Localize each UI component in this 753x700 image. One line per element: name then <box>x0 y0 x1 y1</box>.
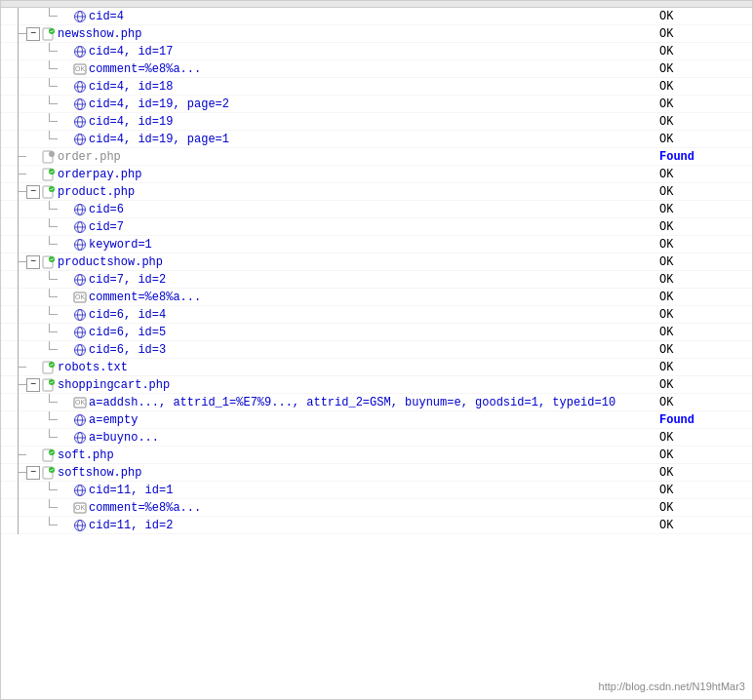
tree-row[interactable]: robots.txtOK <box>1 359 752 376</box>
globe-icon <box>73 343 87 357</box>
tree-row[interactable]: OK comment=%e8%a...OK <box>1 60 752 78</box>
tree-row[interactable]: keyword=1OK <box>1 236 752 253</box>
row-status: OK <box>654 255 752 269</box>
tree-row[interactable]: cid=4, id=19, page=2OK <box>1 96 752 113</box>
row-status: OK <box>654 308 752 322</box>
row-url[interactable]: cid=7, id=2 <box>89 273 654 287</box>
tree-row[interactable]: cid=7OK <box>1 218 752 236</box>
row-status: OK <box>654 273 752 287</box>
row-url[interactable]: order.php <box>58 150 654 164</box>
svg-text:OK: OK <box>75 504 85 511</box>
row-url[interactable]: cid=4, id=19, page=2 <box>89 97 654 111</box>
tree-row[interactable]: cid=6, id=3OK <box>1 341 752 359</box>
tree-row[interactable]: cid=4, id=18OK <box>1 78 752 96</box>
main-container: cid=4OK − newsshow.phpOK cid=4, id=17OK … <box>0 0 753 700</box>
tree-row[interactable]: order.phpFound <box>1 148 752 166</box>
row-url[interactable]: cid=4 <box>89 10 654 23</box>
row-url[interactable]: robots.txt <box>58 361 654 374</box>
row-url[interactable]: comment=%e8%a... <box>89 62 654 76</box>
row-url[interactable]: cid=6, id=5 <box>89 326 654 339</box>
page-icon <box>42 378 56 392</box>
row-status: OK <box>654 519 752 532</box>
tree-row[interactable]: a=emptyFound <box>1 411 752 429</box>
globe-icon <box>73 203 87 216</box>
tree-row[interactable]: soft.phpOK <box>1 447 752 464</box>
row-url[interactable]: productshow.php <box>58 255 654 269</box>
row-url[interactable]: softshow.php <box>58 466 654 480</box>
row-status: OK <box>654 396 752 409</box>
globe-icon <box>73 10 87 23</box>
row-url[interactable]: comment=%e8%a... <box>89 501 654 515</box>
row-status: OK <box>654 484 752 497</box>
tree-row[interactable]: OK comment=%e8%a...OK <box>1 499 752 517</box>
expand-btn[interactable]: − <box>26 378 40 392</box>
row-status: OK <box>654 220 752 234</box>
expand-btn[interactable]: − <box>26 466 40 480</box>
row-url[interactable]: newsshow.php <box>58 27 654 41</box>
tree-row[interactable]: cid=6, id=4OK <box>1 306 752 324</box>
row-status: Found <box>654 413 752 427</box>
globe-icon <box>73 431 87 445</box>
svg-text:OK: OK <box>75 399 85 406</box>
expand-btn[interactable]: − <box>26 255 40 269</box>
tree-container[interactable]: cid=4OK − newsshow.phpOK cid=4, id=17OK … <box>1 8 752 682</box>
row-url[interactable]: a=empty <box>89 413 654 427</box>
tree-row[interactable]: cid=4, id=19, page=1OK <box>1 131 752 148</box>
row-url[interactable]: product.php <box>58 185 654 199</box>
row-url[interactable]: shoppingcart.php <box>58 378 654 392</box>
row-url[interactable]: a=buyno... <box>89 431 654 445</box>
row-status: OK <box>654 97 752 111</box>
row-url[interactable]: cid=4, id=17 <box>89 45 654 58</box>
page-icon <box>42 255 56 269</box>
post-icon: OK <box>73 501 87 515</box>
tree-row[interactable]: OK a=addsh..., attrid_1=%E7%9..., attrid… <box>1 394 752 411</box>
globe-icon <box>73 80 87 94</box>
tree-row[interactable]: cid=11, id=2OK <box>1 517 752 534</box>
row-url[interactable]: soft.php <box>58 448 654 462</box>
svg-point-23 <box>49 151 55 157</box>
tree-row[interactable]: cid=6, id=5OK <box>1 324 752 341</box>
row-url[interactable]: cid=11, id=1 <box>89 484 654 497</box>
tree-row[interactable]: cid=4, id=17OK <box>1 43 752 60</box>
tree-row[interactable]: cid=4, id=19OK <box>1 113 752 131</box>
tree-row[interactable]: orderpay.phpOK <box>1 166 752 183</box>
tree-row[interactable]: − productshow.phpOK <box>1 253 752 271</box>
row-url[interactable]: cid=6, id=4 <box>89 308 654 322</box>
tree-row[interactable]: OK comment=%e8%a...OK <box>1 289 752 306</box>
row-url[interactable]: comment=%e8%a... <box>89 291 654 304</box>
tree-row[interactable]: − shoppingcart.phpOK <box>1 376 752 394</box>
row-url[interactable]: cid=6 <box>89 203 654 216</box>
row-status: OK <box>654 378 752 392</box>
row-status: OK <box>654 133 752 146</box>
row-url[interactable]: cid=4, id=19, page=1 <box>89 133 654 146</box>
svg-text:OK: OK <box>75 65 85 72</box>
tree-row[interactable]: − product.phpOK <box>1 183 752 201</box>
tree-row[interactable]: − newsshow.phpOK <box>1 25 752 43</box>
row-url[interactable]: cid=7 <box>89 220 654 234</box>
tree-row[interactable]: cid=7, id=2OK <box>1 271 752 289</box>
tree-row[interactable]: cid=6OK <box>1 201 752 218</box>
expand-btn[interactable]: − <box>26 185 40 199</box>
page-icon <box>42 168 56 181</box>
tree-row[interactable]: a=buyno...OK <box>1 429 752 447</box>
expand-btn[interactable]: − <box>26 27 40 41</box>
globe-icon <box>73 133 87 146</box>
row-url[interactable]: keyword=1 <box>89 238 654 252</box>
row-url[interactable]: orderpay.php <box>58 168 654 181</box>
tree-row[interactable]: cid=11, id=1OK <box>1 482 752 499</box>
row-url[interactable]: cid=6, id=3 <box>89 343 654 357</box>
row-url[interactable]: cid=4, id=18 <box>89 80 654 94</box>
globe-icon <box>73 238 87 252</box>
row-url[interactable]: cid=11, id=2 <box>89 519 654 532</box>
tree-row[interactable]: cid=4OK <box>1 8 752 25</box>
row-status: OK <box>654 10 752 23</box>
row-status: OK <box>654 291 752 304</box>
row-url[interactable]: cid=4, id=19 <box>89 115 654 129</box>
row-status: OK <box>654 238 752 252</box>
row-url[interactable]: a=addsh..., attrid_1=%E7%9..., attrid_2=… <box>89 396 654 409</box>
row-status: OK <box>654 115 752 129</box>
row-status: OK <box>654 466 752 480</box>
page-icon <box>42 361 56 374</box>
tree-row[interactable]: − softshow.phpOK <box>1 464 752 482</box>
globe-icon <box>73 308 87 322</box>
